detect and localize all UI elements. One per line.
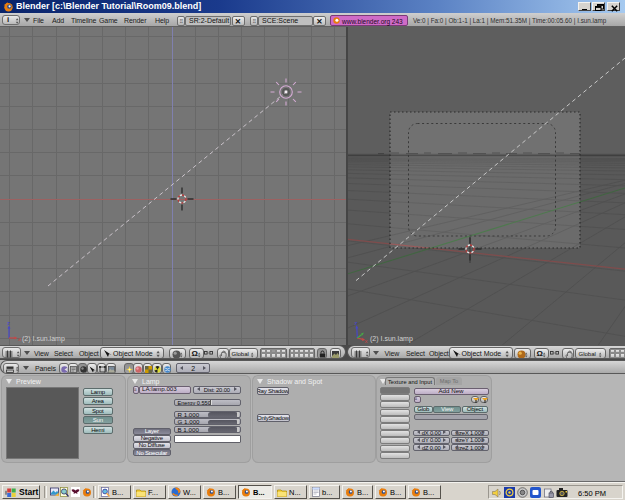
coord-view-button[interactable]: View bbox=[433, 406, 461, 413]
ql-blender-icon[interactable] bbox=[82, 487, 92, 497]
texture-slot-9[interactable] bbox=[380, 445, 410, 452]
window-type-button[interactable]: i bbox=[2, 15, 20, 25]
menu-help[interactable]: Help bbox=[155, 17, 169, 24]
lamp-energy-slider[interactable]: Energy 0.550 bbox=[174, 399, 241, 406]
menu-file[interactable]: File bbox=[33, 17, 44, 24]
lamp-toggle-nospecular[interactable]: No Specular bbox=[133, 449, 171, 456]
texture-slot-2[interactable] bbox=[380, 394, 410, 401]
vpr-pivot-dropdown[interactable]: Ω bbox=[534, 348, 549, 360]
frame-number-field[interactable]: 2 bbox=[176, 363, 210, 373]
ray-shadow-toggle[interactable]: Ray Shadow bbox=[257, 387, 289, 395]
add-new-button[interactable]: Add New bbox=[414, 388, 489, 395]
tab-texture-input[interactable]: Texture and Input bbox=[385, 377, 435, 385]
vpl-layers-group1[interactable] bbox=[260, 348, 287, 360]
dz-field[interactable]: dZ 0.00 bbox=[413, 444, 450, 451]
layer-cell[interactable] bbox=[309, 353, 314, 358]
menu-render[interactable]: Render bbox=[124, 17, 146, 24]
texture-slot-10[interactable] bbox=[380, 452, 410, 459]
tray-camera-icon[interactable] bbox=[556, 487, 568, 498]
g-knob[interactable] bbox=[237, 419, 239, 425]
task-button-7[interactable]: b... bbox=[309, 485, 340, 499]
ctx-scene-button[interactable] bbox=[106, 363, 116, 374]
texture-browse-button[interactable]: ⠿ bbox=[414, 396, 421, 403]
ql-show-desktop-icon[interactable] bbox=[50, 487, 59, 497]
layer-cell[interactable] bbox=[281, 353, 286, 358]
texture-slot-6[interactable] bbox=[380, 423, 410, 430]
vpr-layers-group1[interactable] bbox=[609, 348, 625, 360]
start-button[interactable]: Start bbox=[2, 485, 40, 499]
sub-texture-button[interactable] bbox=[143, 363, 153, 374]
vpl-mode-dropdown[interactable]: Object Mode bbox=[100, 347, 164, 359]
lamp-type-sun[interactable]: Sun bbox=[83, 416, 113, 424]
tray-update-icon[interactable] bbox=[517, 487, 528, 498]
sub-lamp-button[interactable] bbox=[124, 363, 134, 374]
tray-volume-icon[interactable] bbox=[492, 488, 502, 498]
vpr-menu-select[interactable]: Select bbox=[406, 350, 425, 357]
texture-copy-button[interactable] bbox=[471, 396, 480, 403]
lamp-color-swatch[interactable] bbox=[174, 435, 241, 443]
window-titlebar[interactable]: Blender [c:\Blender Tutorial\Room09.blen… bbox=[0, 0, 625, 13]
sub-radiosity-button[interactable] bbox=[152, 363, 162, 374]
ql-search-icon[interactable] bbox=[60, 487, 69, 497]
sub-material-button[interactable] bbox=[133, 363, 143, 374]
scene-name-field[interactable]: SCE:Scene bbox=[258, 16, 313, 26]
vpr-window-type-button[interactable] bbox=[351, 347, 370, 358]
r-knob[interactable] bbox=[237, 412, 239, 418]
ql-bat-app-icon[interactable] bbox=[71, 487, 80, 497]
vpl-layers-group2[interactable] bbox=[289, 348, 316, 360]
vpr-collapse-icon[interactable] bbox=[373, 351, 379, 355]
screen-name-field[interactable]: SR:2-Default bbox=[185, 16, 231, 26]
vpl-pivot-dropdown[interactable]: Ω bbox=[189, 348, 204, 360]
sizez-field[interactable]: sizeZ 1.000 bbox=[451, 444, 489, 451]
lamp-type-hemi[interactable]: Hemi bbox=[83, 426, 113, 434]
texture-slot-8[interactable] bbox=[380, 437, 410, 444]
vpl-menu-select[interactable]: Select bbox=[54, 350, 73, 357]
ctx-object-button[interactable] bbox=[87, 363, 97, 374]
panel-lamp-collapse-icon[interactable] bbox=[132, 379, 138, 384]
ctx-shading-button[interactable] bbox=[78, 363, 88, 374]
tray-messenger-icon[interactable] bbox=[504, 487, 515, 498]
vpl-menu-object[interactable]: Object bbox=[79, 350, 99, 357]
close-button[interactable] bbox=[607, 2, 620, 11]
scene-delete-button[interactable]: ✕ bbox=[313, 16, 326, 26]
lamp-dist-field[interactable]: Dist: 20.00 bbox=[193, 386, 242, 394]
vpl-menu-view[interactable]: View bbox=[34, 350, 49, 357]
sub-world-button[interactable] bbox=[162, 363, 172, 374]
vpr-menu-object[interactable]: Object bbox=[429, 350, 449, 357]
task-button-6[interactable]: N... bbox=[274, 485, 307, 499]
task-button-8[interactable]: B... bbox=[342, 485, 373, 499]
texture-slot-5[interactable] bbox=[380, 416, 410, 423]
viewport-left[interactable]: z x (2) I.sun.lamp bbox=[0, 27, 346, 345]
vpl-orientation-dropdown[interactable]: Global bbox=[229, 348, 258, 360]
ctx-editing-button[interactable] bbox=[97, 363, 107, 374]
lamp-toggle-layer[interactable]: Layer bbox=[133, 428, 171, 435]
lamp-type-spot[interactable]: Spot bbox=[83, 407, 113, 415]
vpl-manipulator-toggle[interactable] bbox=[217, 348, 229, 360]
lamp-type-area[interactable]: Area bbox=[83, 397, 113, 405]
task-button-2[interactable]: F... bbox=[133, 485, 166, 499]
vpl-lock-toggle[interactable] bbox=[317, 348, 327, 360]
texture-paste-button[interactable] bbox=[480, 396, 489, 403]
b-knob[interactable] bbox=[237, 427, 239, 433]
only-shadow-toggle[interactable]: OnlyShadow bbox=[257, 414, 290, 422]
ctx-logic-button[interactable] bbox=[59, 363, 69, 374]
vpl-window-type-button[interactable] bbox=[2, 347, 21, 358]
vpl-centers-toggle[interactable] bbox=[204, 349, 213, 357]
task-button-10[interactable]: B... bbox=[408, 485, 441, 499]
texture-slot-1[interactable] bbox=[380, 387, 410, 394]
texture-slot-7[interactable] bbox=[380, 430, 410, 437]
sizey-field[interactable]: sizeY 1.000 bbox=[451, 437, 489, 444]
lamp-type-lamp[interactable]: Lamp bbox=[83, 388, 113, 396]
panel-preview-collapse-icon[interactable] bbox=[6, 379, 12, 384]
coord-glob-button[interactable]: Glob bbox=[414, 406, 433, 413]
lamp-g-slider[interactable]: G 1.000 bbox=[174, 418, 241, 425]
dy-field[interactable]: dY 0.00 bbox=[413, 437, 450, 444]
menu-add[interactable]: Add bbox=[52, 17, 64, 24]
dx-field[interactable]: dX 0.00 bbox=[413, 430, 450, 437]
lamp-b-slider[interactable]: B 1.000 bbox=[174, 426, 241, 433]
tray-app-blue-icon[interactable] bbox=[530, 487, 541, 498]
buttons-collapse-icon[interactable] bbox=[23, 366, 29, 370]
vpr-menu-view[interactable]: View bbox=[385, 350, 400, 357]
blender-org-link[interactable]: www.blender.org 243 bbox=[330, 15, 408, 26]
vpr-mode-dropdown[interactable]: Object Mode bbox=[449, 347, 513, 359]
